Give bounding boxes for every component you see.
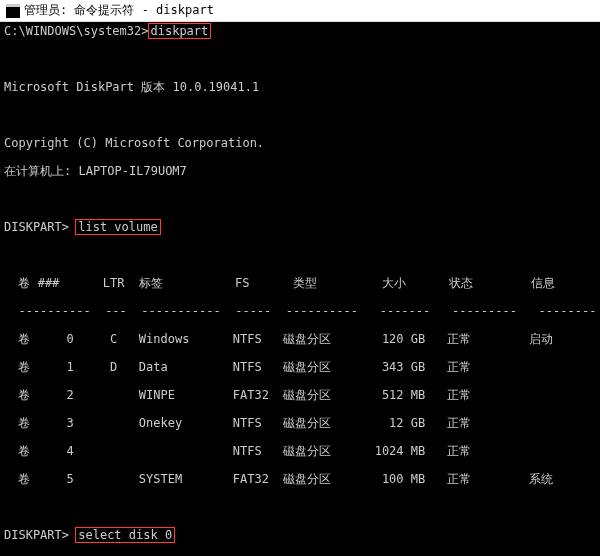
diskpart-version: Microsoft DiskPart 版本 10.0.19041.1 [4,80,596,94]
svg-rect-1 [6,4,20,7]
blank-line [4,500,596,514]
blank-line [4,52,596,66]
volume-row: 卷 3 Onekey NTFS 磁盘分区 12 GB 正常 [4,416,596,430]
cmd-select-disk: select disk 0 [76,528,174,542]
copyright-line: Copyright (C) Microsoft Corporation. [4,136,596,150]
volume-row: 卷 4 NTFS 磁盘分区 1024 MB 正常 [4,444,596,458]
volume-separator: ---------- --- ----------- ----- -------… [4,304,596,318]
computer-line: 在计算机上: LAPTOP-IL79UOM7 [4,164,596,178]
cmd-list-volume: list volume [76,220,159,234]
volume-row: 卷 1 D Data NTFS 磁盘分区 343 GB 正常 [4,360,596,374]
diskpart-prompt: DISKPART> [4,220,76,234]
volume-row: 卷 5 SYSTEM FAT32 磁盘分区 100 MB 正常 系统 [4,472,596,486]
title-bar: 管理员: 命令提示符 - diskpart [0,0,600,22]
cmd-diskpart: diskpart [149,24,211,38]
volume-row: 卷 0 C Windows NTFS 磁盘分区 120 GB 正常 启动 [4,332,596,346]
cmd-icon [6,4,20,18]
blank-line [4,192,596,206]
blank-line [4,108,596,122]
window-title: 管理员: 命令提示符 - diskpart [24,2,214,19]
volume-row: 卷 2 WINPE FAT32 磁盘分区 512 MB 正常 [4,388,596,402]
prompt-path: C:\WINDOWS\system32> [4,24,149,38]
diskpart-prompt: DISKPART> [4,528,76,542]
volume-header: 卷 ### LTR 标签 FS 类型 大小 状态 信息 [4,276,596,290]
terminal-output[interactable]: C:\WINDOWS\system32>diskpart Microsoft D… [0,22,600,556]
blank-line [4,248,596,262]
